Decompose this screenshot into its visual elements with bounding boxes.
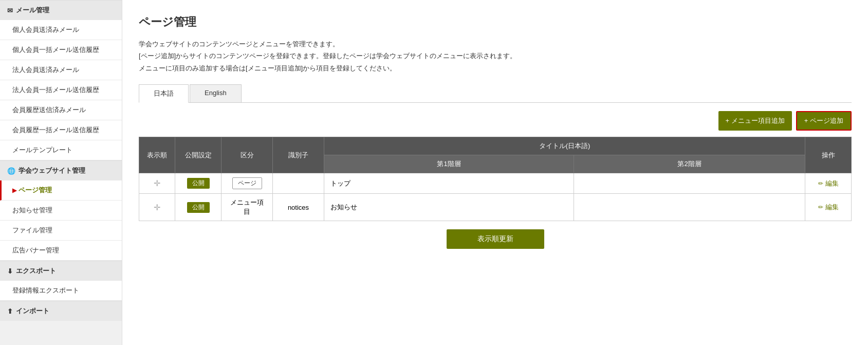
category-badge: ページ xyxy=(232,177,262,189)
row1-identifier xyxy=(273,173,324,194)
row1-publish: 公開 xyxy=(175,173,221,194)
sidebar-item-mail-template[interactable]: メールテンプレート xyxy=(0,140,122,160)
web-icon: 🌐 xyxy=(7,167,15,175)
row2-category: メニュー項目 xyxy=(221,194,273,221)
page-title: ページ管理 xyxy=(139,14,852,30)
add-menu-item-button[interactable]: + メニュー項目追加 xyxy=(718,111,792,131)
edit-icon: ✏ xyxy=(818,204,823,211)
sidebar-item-member-history-bulk[interactable]: 会員履歴一括メール送信履歴 xyxy=(0,120,122,140)
upload-icon: ⬆ xyxy=(7,307,13,315)
col-header-level1: 第1階層 xyxy=(324,155,574,173)
status-badge: 公開 xyxy=(187,178,210,189)
row2-identifier: notices xyxy=(273,194,324,221)
row2-order: ✛ xyxy=(139,194,175,221)
sidebar-section-import-label: インポート xyxy=(16,306,49,316)
row2-level1: お知らせ xyxy=(324,194,574,221)
sidebar-section-export-label: エクスポート xyxy=(16,266,56,276)
sidebar: ✉ メール管理 個人会員送済みメール 個人会員一括メール送信履歴 法人会員送済み… xyxy=(0,0,122,345)
sidebar-section-mail: ✉ メール管理 xyxy=(0,0,122,20)
row2-publish: 公開 xyxy=(175,194,221,221)
row1-category: ページ xyxy=(221,173,273,194)
edit-link-row2[interactable]: ✏ 編集 xyxy=(811,203,845,212)
row1-order: ✛ xyxy=(139,173,175,194)
update-order-button[interactable]: 表示順更新 xyxy=(447,229,544,249)
sidebar-item-individual-sent[interactable]: 個人会員送済みメール xyxy=(0,20,122,40)
row1-level2 xyxy=(574,173,805,194)
sidebar-item-registration-export[interactable]: 登録情報エクスポート xyxy=(0,281,122,301)
sidebar-section-web: 🌐 学会ウェブサイト管理 xyxy=(0,160,122,180)
sidebar-item-file-management[interactable]: ファイル管理 xyxy=(0,221,122,241)
sidebar-item-corporate-sent[interactable]: 法人会員送済みメール xyxy=(0,60,122,80)
main-content: ページ管理 学会ウェブサイトのコンテンツページとメニューを管理できます。 [ペー… xyxy=(122,0,868,345)
sidebar-section-mail-label: メール管理 xyxy=(16,6,49,15)
sidebar-item-individual-bulk[interactable]: 個人会員一括メール送信履歴 xyxy=(0,40,122,60)
sidebar-section-web-label: 学会ウェブサイト管理 xyxy=(19,166,85,175)
row2-level2 xyxy=(574,194,805,221)
sidebar-section-import: ⬆ インポート xyxy=(0,301,122,321)
row1-action: ✏ 編集 xyxy=(805,173,852,194)
status-badge: 公開 xyxy=(187,202,210,213)
pages-table: 表示順 公開設定 区分 識別子 タイトル(日本語) 操作 第1階層 第2階層 ✛… xyxy=(139,137,852,221)
table-toolbar: + メニュー項目追加 + ページ追加 xyxy=(139,111,852,131)
mail-icon: ✉ xyxy=(7,7,13,14)
tab-english[interactable]: English xyxy=(190,84,242,102)
row2-action: ✏ 編集 xyxy=(805,194,852,221)
col-header-category: 区分 xyxy=(221,137,273,173)
sidebar-section-export: ⬇ エクスポート xyxy=(0,261,122,281)
add-page-button[interactable]: + ページ追加 xyxy=(796,111,852,131)
tab-japanese[interactable]: 日本語 xyxy=(139,84,189,103)
sidebar-item-member-history-sent[interactable]: 会員履歴送信済みメール xyxy=(0,100,122,120)
col-header-action: 操作 xyxy=(805,137,852,173)
table-row: ✛ 公開 メニュー項目 notices お知らせ ✏ 編集 xyxy=(139,194,852,221)
description: 学会ウェブサイトのコンテンツページとメニューを管理できます。 [ページ追加]から… xyxy=(139,38,852,74)
sidebar-item-page-management[interactable]: ▶ ページ管理 xyxy=(0,180,122,201)
col-header-order: 表示順 xyxy=(139,137,175,173)
row1-level1: トップ xyxy=(324,173,574,194)
sidebar-item-corporate-bulk[interactable]: 法人会員一括メール送信履歴 xyxy=(0,80,122,100)
download-icon: ⬇ xyxy=(7,267,13,275)
drag-handle-icon[interactable]: ✛ xyxy=(154,179,160,188)
col-header-level2: 第2階層 xyxy=(574,155,805,173)
col-header-id: 識別子 xyxy=(273,137,324,173)
edit-icon: ✏ xyxy=(818,180,823,187)
col-header-title: タイトル(日本語) xyxy=(324,137,805,155)
sidebar-item-notice-management[interactable]: お知らせ管理 xyxy=(0,201,122,221)
edit-link-row1[interactable]: ✏ 編集 xyxy=(811,179,845,188)
col-header-publish: 公開設定 xyxy=(175,137,221,173)
sidebar-item-banner-management[interactable]: 広告バナー管理 xyxy=(0,241,122,261)
chevron-right-icon: ▶ xyxy=(12,187,16,194)
language-tabs: 日本語 English xyxy=(139,84,852,103)
update-button-container: 表示順更新 xyxy=(139,221,852,257)
drag-handle-icon[interactable]: ✛ xyxy=(154,203,160,212)
table-row: ✛ 公開 ページ トップ ✏ 編集 xyxy=(139,173,852,194)
